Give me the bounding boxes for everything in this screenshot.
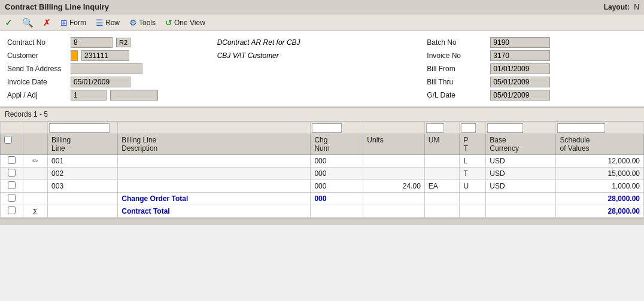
header-units: Units — [363, 134, 425, 155]
bill-thru-input[interactable] — [490, 77, 550, 87]
row-icon: ☰ — [96, 18, 104, 28]
units-cell — [363, 168, 425, 180]
form-icon: ⊞ — [60, 18, 68, 28]
send-to-input[interactable] — [71, 63, 142, 74]
chg-num-cell: 000 — [311, 168, 363, 180]
filter-row — [1, 122, 644, 134]
gl-date-input[interactable] — [490, 90, 550, 101]
grid-table: BillingLine Billing LineDescription ChgN… — [0, 121, 644, 218]
um-cell — [424, 205, 460, 218]
column-header-row: BillingLine Billing LineDescription ChgN… — [1, 134, 644, 155]
filter-um[interactable] — [426, 123, 444, 133]
chg-num-cell: 000 — [311, 180, 363, 193]
filter-chg-num[interactable] — [312, 123, 342, 133]
customer-input[interactable] — [81, 50, 129, 61]
invoice-no-input[interactable] — [490, 50, 550, 61]
sigma-icon: Σ — [33, 207, 38, 216]
units-cell: 24.00 — [363, 180, 425, 193]
header-chg-num: ChgNum — [311, 134, 363, 155]
row-checkbox[interactable] — [8, 169, 16, 177]
bill-thru-label: Bill Thru — [427, 78, 487, 86]
chg-num-cell: 000 — [311, 193, 363, 205]
contract-no-label: Contract No — [7, 38, 67, 47]
check-button[interactable]: ✓ — [5, 17, 13, 28]
row-icon — [23, 193, 48, 205]
grid-body: ✏001000LUSD12,000.00002000TUSD15,000.000… — [1, 155, 644, 218]
pt-cell: U — [460, 180, 486, 193]
filter-billing-line[interactable] — [49, 123, 110, 133]
filter-currency[interactable] — [487, 123, 523, 133]
billing-line-cell — [48, 193, 118, 205]
row-icon: Σ — [23, 205, 48, 218]
contract-no-row: Contract No R2 — [7, 36, 217, 49]
header-pt: PT — [460, 134, 486, 155]
header-billing-line: BillingLine — [48, 134, 118, 155]
row-icon — [23, 180, 48, 193]
one-view-button[interactable]: ↺ One View — [165, 18, 205, 28]
row-checkbox[interactable] — [8, 206, 16, 214]
bill-from-row: Bill From — [427, 62, 637, 75]
tools-button[interactable]: ⚙ Tools — [129, 18, 156, 28]
close-button[interactable]: ✗ — [43, 17, 51, 28]
row-checkbox[interactable] — [8, 156, 16, 164]
billing-line-cell: 001 — [48, 155, 118, 168]
currency-cell: USD — [486, 155, 556, 168]
invoice-date-label: Invoice Date — [7, 78, 67, 86]
layout-label: Layout: N — [604, 3, 639, 11]
billing-desc-cell — [118, 180, 311, 193]
page-title: Contract Billing Line Inquiry — [5, 2, 109, 11]
bill-from-input[interactable] — [490, 63, 550, 74]
bill-from-label: Bill From — [427, 65, 487, 73]
send-to-label: Send To Address — [7, 65, 67, 73]
records-label: Records 1 - 5 — [5, 110, 48, 118]
units-cell — [363, 193, 425, 205]
appl-adj-row: Appl / Adj — [7, 89, 217, 102]
units-cell — [363, 155, 425, 168]
total-label: Contract Total — [121, 207, 169, 215]
chg-num-cell: 000 — [311, 155, 363, 168]
form-button[interactable]: ⊞ Form — [60, 18, 86, 28]
one-view-icon: ↺ — [165, 18, 172, 28]
batch-no-input[interactable] — [490, 37, 550, 48]
total-value: 28,000.00 — [608, 194, 640, 203]
pt-cell: T — [460, 168, 486, 180]
select-all-checkbox[interactable] — [4, 136, 12, 144]
contract-no-input[interactable] — [71, 37, 113, 48]
appl-adj-input[interactable] — [71, 90, 107, 101]
one-view-label: One View — [174, 19, 205, 27]
currency-cell — [486, 205, 556, 218]
billing-line-cell: 003 — [48, 180, 118, 193]
appl-adj-label: Appl / Adj — [7, 91, 67, 99]
row-checkbox[interactable] — [8, 194, 16, 202]
row-checkbox[interactable] — [8, 181, 16, 189]
batch-no-row: Batch No — [427, 36, 637, 49]
form-label: Form — [69, 19, 86, 27]
invoice-no-label: Invoice No — [427, 51, 487, 60]
header-billing-desc: Billing LineDescription — [118, 134, 311, 155]
invoice-date-input[interactable] — [71, 77, 130, 87]
currency-cell: USD — [486, 180, 556, 193]
header-icon — [23, 134, 48, 155]
um-cell — [424, 193, 460, 205]
filter-pt[interactable] — [461, 123, 476, 133]
table-row: ✏001000LUSD12,000.00 — [1, 155, 644, 168]
total-value: 28,000.00 — [608, 207, 640, 215]
r2-button[interactable]: R2 — [116, 38, 130, 47]
currency-cell: USD — [486, 168, 556, 180]
um-cell — [424, 168, 460, 180]
send-to-row: Send To Address — [7, 62, 217, 75]
edit-icon[interactable]: ✏ — [32, 157, 38, 165]
invoice-date-row: Invoice Date — [7, 75, 217, 89]
table-row: Change Order Total00028,000.00 — [1, 193, 644, 205]
schedule-values-cell: 12,000.00 — [556, 155, 644, 168]
currency-cell — [486, 193, 556, 205]
chg-num-cell — [311, 205, 363, 218]
chg-num-total: 000 — [314, 194, 326, 203]
horizontal-scrollbar[interactable] — [0, 218, 644, 225]
appl-adj-extra-input[interactable] — [110, 90, 158, 101]
row-button[interactable]: ☰ Row — [96, 18, 120, 28]
pt-cell: L — [460, 155, 486, 168]
invoice-no-row: Invoice No — [427, 49, 637, 62]
search-button[interactable]: 🔍 — [22, 17, 34, 28]
filter-schedule[interactable] — [557, 123, 605, 133]
